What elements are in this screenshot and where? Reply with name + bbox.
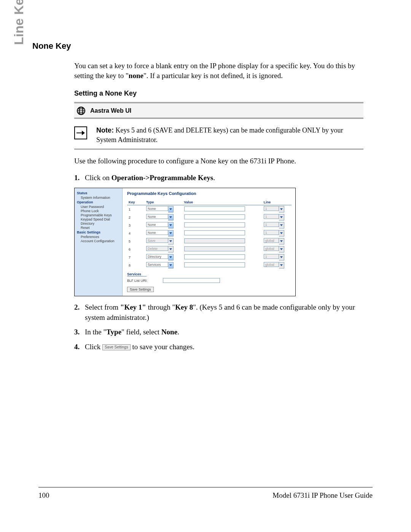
table-row: 5Saveglobal [127, 237, 292, 245]
step-1: Click on Operation->Programmable Keys. [74, 173, 363, 183]
type-select: Save [146, 238, 168, 243]
table-row: 1None1 [127, 205, 292, 214]
chevron-down-icon [168, 238, 174, 244]
note-block: Note: Keys 5 and 6 (SAVE and DELETE keys… [74, 126, 363, 144]
webui-header-bar: Aastra Web UI [74, 102, 363, 119]
nav-user-password[interactable]: User Password [81, 205, 121, 209]
type-select[interactable]: Services [146, 262, 168, 267]
nav-operation[interactable]: Operation [77, 200, 121, 204]
table-row: 8Servicesglobal [127, 261, 292, 269]
line-select: 1 [264, 222, 279, 227]
chevron-down-icon [168, 246, 174, 252]
step-2: Select from "Key 1" through "Key 8". (Ke… [74, 302, 363, 323]
page-number: 100 [38, 491, 49, 500]
chevron-down-icon[interactable] [168, 222, 174, 228]
value-input[interactable] [184, 222, 245, 227]
nav-system-information[interactable]: System Information [81, 196, 121, 200]
col-value: Value [183, 200, 262, 205]
type-select: Delete [146, 246, 168, 251]
panel-title: Programmable Keys Configuration [127, 191, 292, 196]
key-number: 7 [127, 253, 145, 261]
save-settings-button[interactable]: Save Settings [127, 287, 154, 292]
chevron-down-icon [279, 246, 284, 252]
type-select[interactable]: None [146, 214, 168, 219]
chevron-down-icon [279, 262, 284, 268]
section-label: Line Keys and Programmable Keys [11, 0, 30, 45]
nav-basic-settings[interactable]: Basic Settings [77, 230, 121, 234]
chevron-down-icon [279, 230, 284, 236]
keys-table: Key Type Value Line 1None12None13None14N… [127, 200, 292, 269]
nav-keypad-speed-dial[interactable]: Keypad Speed Dial [81, 217, 121, 221]
type-select[interactable]: None [146, 230, 168, 235]
globe-icon [76, 106, 86, 115]
chevron-down-icon[interactable] [168, 214, 174, 220]
line-select: 1 [264, 230, 279, 235]
value-input[interactable] [184, 262, 245, 267]
blf-list-uri-input[interactable] [163, 278, 220, 283]
line-select: global [264, 238, 279, 243]
note-label: Note: [96, 126, 114, 134]
line-select: 1 [264, 214, 279, 219]
note-text: Keys 5 and 6 (SAVE and DELETE keys) can … [96, 126, 343, 143]
nav-account-configuration[interactable]: Account Configuration [81, 239, 121, 243]
key-number: 2 [127, 213, 145, 221]
col-type: Type [145, 200, 183, 205]
chevron-down-icon[interactable] [168, 254, 174, 260]
table-row: 4None1 [127, 229, 292, 237]
table-row: 6Deleteglobal [127, 245, 292, 253]
key-number: 3 [127, 221, 145, 229]
col-line: Line [262, 200, 292, 205]
type-select[interactable]: None [146, 206, 168, 211]
nav-sidebar: Status System Information Operation User… [75, 188, 123, 296]
chevron-down-icon[interactable] [168, 206, 174, 212]
table-row: 7Directory1 [127, 253, 292, 261]
table-row: 2None1 [127, 213, 292, 221]
nav-programmable-keys[interactable]: Programmable Keys [81, 213, 121, 217]
key-number: 5 [127, 237, 145, 245]
subheading: Setting a None Key [74, 89, 363, 97]
key-number: 1 [127, 205, 145, 214]
line-select: global [264, 262, 279, 267]
key-number: 6 [127, 245, 145, 253]
footer-title: Model 6731i IP Phone User Guide [272, 491, 373, 500]
arrow-right-icon [74, 126, 87, 139]
line-select: global [264, 246, 279, 251]
services-header: Services [127, 272, 147, 276]
chevron-down-icon[interactable] [168, 262, 174, 268]
value-input[interactable] [184, 214, 245, 219]
chevron-down-icon[interactable] [168, 230, 174, 236]
col-key: Key [127, 200, 145, 205]
nav-preferences[interactable]: Preferences [81, 235, 121, 239]
chevron-down-icon [279, 206, 284, 212]
line-select: 1 [264, 206, 279, 211]
programmable-keys-screenshot: Status System Information Operation User… [74, 188, 296, 296]
key-number: 8 [127, 261, 145, 269]
intro-paragraph: You can set a key to force a blank entry… [32, 61, 363, 80]
nav-directory[interactable]: Directory [81, 222, 121, 225]
line-select: 1 [264, 254, 279, 259]
chevron-down-icon [279, 254, 284, 260]
chevron-down-icon [279, 222, 284, 228]
divider [74, 149, 363, 149]
step-3: In the "Type" field, select None. [74, 327, 363, 337]
nav-reset[interactable]: Reset [81, 226, 121, 230]
value-input [184, 246, 245, 251]
table-row: 3None1 [127, 221, 292, 229]
value-input[interactable] [184, 254, 245, 259]
chevron-down-icon [279, 238, 284, 244]
type-select[interactable]: None [146, 222, 168, 227]
procedure-lead: Use the following procedure to configure… [74, 156, 363, 166]
value-input[interactable] [184, 206, 245, 211]
blf-label: BLF List URI: [127, 279, 148, 283]
type-select[interactable]: Directory [146, 254, 168, 259]
step-4: Click Save Settings to save your changes… [74, 342, 363, 352]
nav-status[interactable]: Status [77, 191, 121, 195]
nav-phone-lock[interactable]: Phone Lock [81, 209, 121, 213]
page-heading: None Key [32, 41, 363, 51]
key-number: 4 [127, 229, 145, 237]
chevron-down-icon [279, 214, 284, 220]
value-input[interactable] [184, 230, 245, 235]
webui-title: Aastra Web UI [90, 107, 131, 114]
value-input [184, 238, 245, 243]
inline-save-settings-button[interactable]: Save Settings [102, 344, 131, 350]
